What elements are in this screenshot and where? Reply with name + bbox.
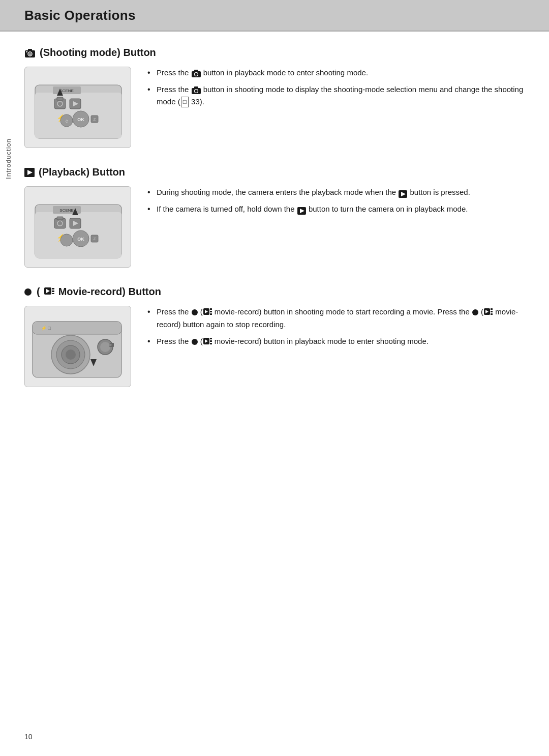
svg-rect-69: [210, 311, 212, 312]
shooting-icon-inline-2: [192, 86, 201, 94]
svg-text:SCENE: SCENE: [59, 208, 74, 213]
camera-svg-1: SCENE ⚡ OK Z: [25, 67, 131, 148]
movie-btn-inline-2: [472, 309, 478, 315]
section-shooting-title: (Shooting mode) Button: [24, 47, 525, 59]
section-movie-title: ( Movie-record) Button: [24, 286, 525, 298]
svg-point-61: [66, 350, 76, 360]
movie-film-inline-1: [203, 306, 212, 318]
section-shooting-mode: (Shooting mode) Button SCENE: [24, 47, 525, 148]
svg-text:Z: Z: [94, 117, 96, 122]
svg-rect-52: [52, 290, 54, 292]
svg-point-44: [60, 234, 73, 246]
svg-text:Z: Z: [94, 237, 96, 241]
shooting-mode-bullets: Press the button in playback mode to ent…: [147, 67, 525, 112]
svg-rect-23: [194, 70, 198, 72]
shooting-icon-inline-1: [192, 69, 201, 77]
svg-text:OK: OK: [77, 237, 84, 242]
movie-record-icon-title: [24, 288, 32, 296]
svg-rect-4: [26, 51, 27, 52]
svg-rect-70: [210, 313, 212, 315]
ref-box-33a: □: [181, 97, 189, 107]
sidebar-label: Introduction: [5, 138, 12, 179]
playback-icon-title: [24, 168, 35, 177]
svg-text:OK: OK: [77, 117, 84, 122]
movie-btn-inline-1: [192, 309, 198, 315]
playback-icon-inline-2: [297, 206, 306, 214]
shooting-bullet-2: Press the button in shooting mode to dis…: [147, 83, 525, 107]
playback-body: SCENE ⚡ OK Z: [24, 186, 525, 268]
playback-bullet-1: During shooting mode, the camera enters …: [147, 186, 525, 198]
page-number: 10: [24, 733, 33, 741]
camera-svg-3: ⚡ □: [25, 306, 131, 387]
camera-diagram-3: ⚡ □: [24, 306, 131, 387]
movie-title-text: (: [37, 286, 40, 298]
movie-film-inline-2: [484, 306, 493, 318]
svg-rect-51: [52, 288, 54, 289]
svg-rect-79: [210, 340, 212, 342]
playback-bullets: During shooting mode, the camera enters …: [147, 186, 525, 220]
sidebar: Introduction: [0, 32, 16, 286]
svg-rect-10: [57, 97, 63, 100]
svg-rect-80: [210, 343, 212, 344]
header-bar: Basic Operations: [0, 0, 549, 32]
svg-rect-1: [28, 49, 32, 51]
shooting-bullet-1: Press the button in playback mode to ent…: [147, 67, 525, 78]
svg-rect-68: [210, 308, 212, 310]
camera-svg-2: SCENE ⚡ OK Z: [25, 187, 131, 268]
movie-title-end-text: Movie-record) Button: [58, 286, 161, 298]
shooting-mode-body: SCENE ⚡ OK Z: [24, 67, 525, 148]
movie-record-body: ⚡ □ Pres: [24, 306, 525, 387]
svg-text:SCENE: SCENE: [59, 89, 74, 93]
camera-diagram-1: SCENE ⚡ OK Z: [24, 67, 131, 148]
movie-record-bullets: Press the ( movie-record) button in shoo…: [147, 306, 525, 353]
svg-rect-26: [194, 86, 198, 89]
movie-film-icon-title: [44, 286, 54, 298]
movie-film-inline-3: [203, 336, 212, 347]
section-playback-title: (Playback) Button: [24, 166, 525, 178]
page-title: Basic Operations: [24, 8, 136, 23]
movie-bullet-2: Press the ( movie-record) button in play…: [147, 335, 525, 348]
movie-btn-inline-3: [192, 339, 198, 345]
svg-rect-75: [491, 313, 493, 315]
camera-diagram-2: SCENE ⚡ OK Z: [24, 186, 131, 268]
playback-title-text: (Playback) Button: [39, 166, 125, 178]
movie-bullet-1: Press the ( movie-record) button in shoo…: [147, 306, 525, 330]
svg-rect-53: [52, 293, 54, 294]
playback-icon-inline-1: [399, 189, 407, 197]
svg-text:⏱: ⏱: [65, 120, 69, 123]
svg-rect-78: [210, 338, 212, 339]
svg-rect-35: [57, 217, 63, 220]
shooting-mode-title-text: (Shooting mode) Button: [40, 47, 156, 59]
svg-rect-74: [491, 311, 493, 312]
shooting-mode-icon: [24, 48, 36, 58]
playback-bullet-2: If the camera is turned off, hold down t…: [147, 203, 525, 215]
section-movie-record: ( Movie-record) Button ⚡ □: [24, 286, 525, 387]
main-content: (Shooting mode) Button SCENE: [24, 32, 525, 387]
section-playback: (Playback) Button SCENE ⚡: [24, 166, 525, 268]
svg-text:⚡ □: ⚡ □: [41, 325, 51, 331]
svg-rect-73: [491, 308, 493, 310]
